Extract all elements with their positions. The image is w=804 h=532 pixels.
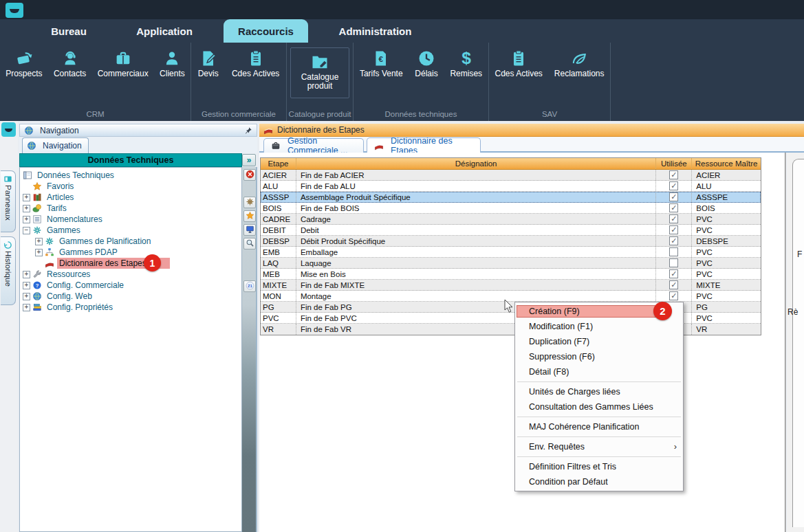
table-row-cadre[interactable]: CADRECadrage✓PVC [261, 214, 761, 225]
tree-expand-expand-box[interactable]: + [23, 216, 30, 223]
tree-expand-expand-box[interactable]: + [23, 194, 30, 201]
tree-item-tarifs[interactable]: +Tarifs [20, 203, 241, 214]
tab-navigation[interactable]: Navigation [22, 137, 89, 153]
right-groupbox-fragment [792, 159, 804, 527]
table-row-meb[interactable]: MEBMise en Bois✓PVC [261, 269, 761, 280]
utilisee-checkbox[interactable] [669, 247, 678, 256]
tree-item-gammes[interactable]: −Gammes [20, 225, 241, 236]
ribbon-button-delais[interactable]: Délais [413, 47, 439, 80]
ribbon-button-remises[interactable]: $Remises [448, 47, 484, 80]
table-row-emb[interactable]: EMBEmballagePVC [261, 247, 761, 258]
tool-button-close-red-icon[interactable] [243, 169, 256, 181]
menu-tab-application[interactable]: Application [116, 19, 213, 43]
ribbon-button-prospects[interactable]: Prospects [3, 47, 44, 80]
menu-item-condition-par-defaut[interactable]: Condition par Défaut [515, 474, 683, 489]
tree-item-config-proprietes[interactable]: +Config. Propriétés [20, 302, 241, 313]
tree-expand-expand-box[interactable]: + [35, 238, 43, 245]
tree-expand-collapse-box[interactable]: − [23, 227, 30, 234]
utilisee-checkbox[interactable]: ✓ [669, 181, 678, 190]
utilisee-checkbox[interactable]: ✓ [669, 170, 678, 179]
tree-item-donnees-techniques[interactable]: Données Techniques [20, 170, 241, 181]
tree-expand-expand-box[interactable]: + [23, 304, 30, 311]
ribbon-button-catalogue-produit[interactable]: Catalogue produit [290, 47, 349, 98]
edge-tab-panneaux[interactable]: Panneaux [1, 170, 16, 232]
column-header-utilisee[interactable]: Utilisée [656, 158, 692, 169]
tree-item-gammes-pdap[interactable]: +Gammes PDAP [20, 247, 241, 258]
table-row-vr[interactable]: VRFin de Fab VRVR [261, 324, 761, 335]
pin-icon[interactable] [244, 126, 252, 135]
ribbon-button-contacts[interactable]: Contacts [52, 47, 88, 80]
menu-item-duplication-f7[interactable]: Duplication (F7) [515, 334, 683, 349]
tree-item-dictionnaire-des-etapes[interactable]: Dictionnaire des Etapes1 [20, 258, 241, 269]
table-row-pvc[interactable]: PVCFin de Fab PVCPVC [261, 313, 761, 324]
menu-tab-administration[interactable]: Administration [322, 19, 428, 43]
tool-button-monitor-icon[interactable] [243, 224, 256, 236]
tree-item-favoris[interactable]: Favoris [20, 181, 241, 192]
tool-button-zoom1-icon[interactable]: Z1 [243, 280, 256, 292]
ribbon-button-cdes-actives[interactable]: Cdes Actives [492, 47, 544, 80]
utilisee-checkbox[interactable] [669, 258, 678, 267]
table-row-acier[interactable]: ACIERFin de Fab ACIER✓ACIER [261, 170, 761, 181]
tree-expand-expand-box[interactable]: + [23, 205, 30, 212]
utilisee-checkbox[interactable]: ✓ [669, 214, 678, 223]
tree-expand-expand-box[interactable]: + [23, 282, 30, 289]
tree-item-config-commerciale[interactable]: +?Config. Commerciale [20, 280, 241, 291]
menu-tab-raccourcis[interactable]: Raccourcis [224, 19, 308, 43]
menu-item-detail-f8[interactable]: Détail (F8) [515, 364, 683, 379]
right-panel-divider[interactable] [785, 153, 786, 532]
menu-tab-bureau[interactable]: Bureau [28, 19, 110, 43]
cell-etape: BOIS [261, 203, 296, 213]
ribbon-button-commerciaux[interactable]: Commerciaux [96, 47, 151, 80]
tool-button-search-icon[interactable] [243, 238, 256, 250]
tree-expand-expand-box[interactable]: + [23, 293, 30, 300]
tree-item-ressources[interactable]: +Ressources [20, 269, 241, 280]
menu-item-modification-f1[interactable]: Modification (F1) [515, 319, 683, 334]
app-logo-icon[interactable] [6, 3, 23, 18]
menu-item-definition-filtres-et-tris[interactable]: Définition Filtres et Tris [515, 459, 683, 474]
svg-text:$: $ [461, 49, 471, 67]
ribbon-button-reclamations[interactable]: Reclamations [552, 47, 607, 80]
utilisee-checkbox[interactable]: ✓ [669, 280, 678, 289]
tree-item-articles[interactable]: +Articles [20, 192, 241, 203]
ribbon-button-tarifs-vente[interactable]: €Tarifs Vente [358, 47, 405, 80]
table-row-debit[interactable]: DEBITDebit✓PVC [261, 225, 761, 236]
menu-item-consultation-des-gammes-liees[interactable]: Consultation des Gammes Liées [515, 399, 683, 414]
column-header-etape[interactable]: Etape [261, 158, 296, 169]
edge-tab-historique[interactable]: Historique [1, 236, 16, 305]
tree-item-config-web[interactable]: +Config. Web [20, 291, 241, 302]
table-row-mixte[interactable]: MIXTEFin de Fab MIXTE✓MIXTE [261, 280, 761, 291]
tree-expand-expand-box[interactable]: + [23, 271, 30, 278]
document-tab-dictionnaire-des-etapes[interactable]: Dictionnaire des Etapes [367, 137, 481, 153]
table-row-alu[interactable]: ALUFin de Fab ALU✓ALU [261, 181, 761, 192]
menu-item-unites-de-charges-liees[interactable]: Unités de Charges liées [515, 384, 683, 399]
ribbon-button-devis[interactable]: Devis [196, 47, 221, 80]
column-header-ressource-maitre[interactable]: Ressource Maître [692, 158, 761, 169]
tree-item-gammes-de-planification[interactable]: +Gammes de Planification [20, 236, 241, 247]
ribbon-button-clients[interactable]: Clients [157, 47, 187, 80]
utilisee-checkbox[interactable]: ✓ [669, 225, 678, 234]
menu-item-creation-f9[interactable]: Création (F9)2 [515, 304, 683, 319]
utilisee-checkbox[interactable]: ✓ [669, 203, 678, 212]
collapse-panel-button[interactable]: » [242, 154, 256, 166]
utilisee-checkbox[interactable]: ✓ [669, 291, 678, 300]
utilisee-checkbox[interactable]: ✓ [669, 269, 678, 278]
table-row-debsp[interactable]: DEBSPDébit Produit Spécifique✓DEBSPE [261, 236, 761, 247]
cell-etape: VR [261, 324, 296, 335]
tool-button-compass-gear-icon[interactable] [243, 197, 256, 208]
utilisee-checkbox[interactable]: ✓ [669, 236, 678, 245]
table-row-laq[interactable]: LAQLaquagePVC [261, 258, 761, 269]
mini-app-logo-icon[interactable] [1, 122, 16, 137]
tree-expand-expand-box[interactable]: + [35, 249, 43, 256]
table-row-bois[interactable]: BOISFin de Fab BOIS✓BOIS [261, 203, 761, 214]
document-tab-gestion-commerciale[interactable]: Gestion Commerciale ... [263, 138, 364, 153]
menu-item-suppression-f6[interactable]: Suppression (F6) [515, 349, 683, 364]
utilisee-checkbox[interactable]: ✓ [669, 192, 678, 201]
cell-etape: PVC [261, 313, 296, 323]
table-row-asssp[interactable]: ASSSPAssemblage Produit Spécifique✓ASSSP… [261, 192, 761, 203]
tree-item-nomenclatures[interactable]: +Nomenclatures [20, 214, 241, 225]
menu-item-maj-coherence-planification[interactable]: MAJ Cohérence Planification [515, 419, 683, 434]
menu-item-env-requetes[interactable]: Env. Requêtes› [515, 439, 683, 454]
column-header-designation[interactable]: Désignation [296, 158, 657, 169]
ribbon-button-cdes-actives[interactable]: Cdes Actives [230, 47, 281, 80]
tool-button-star-icon[interactable] [243, 210, 256, 222]
